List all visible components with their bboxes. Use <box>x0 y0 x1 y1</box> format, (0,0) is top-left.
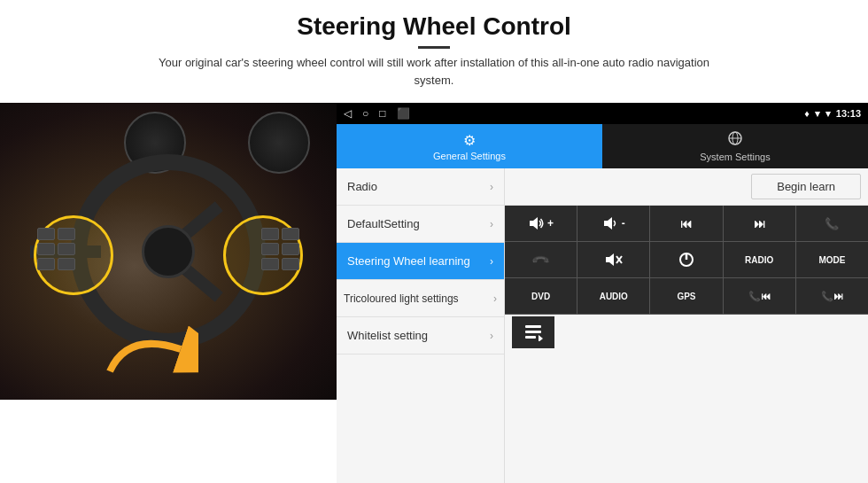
page-title: Steering Wheel Control <box>124 12 744 41</box>
wheel-btn <box>282 228 299 240</box>
menu-item-tricoloured[interactable]: Tricoloured light settings › <box>337 280 504 317</box>
back-nav-icon[interactable]: ◁ <box>344 107 352 120</box>
content-area: ◁ ○ □ ⬛ ♦ ▾ ▾ 13:13 ⚙ General Settings <box>0 103 868 483</box>
menu-radio-arrow: › <box>490 181 493 193</box>
wheel-btn <box>37 228 55 240</box>
android-screen: ◁ ○ □ ⬛ ♦ ▾ ▾ 13:13 ⚙ General Settings <box>337 103 868 483</box>
wheel-btn <box>37 258 55 270</box>
tab-bar: ⚙ General Settings System Settings <box>337 124 868 168</box>
menu-default-arrow: › <box>490 218 493 230</box>
menu-item-default-setting[interactable]: DefaultSetting › <box>337 206 504 243</box>
gps-label: GPS <box>677 292 695 301</box>
hang-up-btn[interactable]: 📞 <box>505 242 577 277</box>
next-icon: ⏭ <box>754 217 765 230</box>
controls-panel: Begin learn + - ⏮ <box>505 168 868 483</box>
radio-label: RADIO <box>745 255 773 265</box>
vol-down-btn[interactable]: - <box>577 206 649 241</box>
audio-btn[interactable]: AUDIO <box>577 278 649 314</box>
control-row-3: DVD AUDIO GPS 📞⏮ 📞⏭ <box>505 278 868 315</box>
right-button-cluster <box>261 228 299 270</box>
menu-whitelist-label: Whitelist setting <box>347 329 428 342</box>
prev-icon: ⏮ <box>680 217 692 230</box>
wheel-btn <box>261 243 279 255</box>
prev-track-btn[interactable]: ⏮ <box>650 206 722 241</box>
system-settings-icon <box>727 130 743 150</box>
screenshot-icon[interactable]: ⬛ <box>397 107 410 120</box>
wheel-btn <box>58 258 75 270</box>
wheel-btn <box>261 228 279 240</box>
gauge-left <box>248 112 310 174</box>
power-btn[interactable] <box>650 242 722 277</box>
menu-list-area: Radio › DefaultSetting › Steering Wheel … <box>337 168 868 483</box>
vol-up-label: + <box>547 217 554 230</box>
left-button-cluster <box>37 228 75 270</box>
signal-icon: ▾ <box>825 108 831 120</box>
menu-tricoloured-arrow: › <box>493 292 497 305</box>
next-track-btn[interactable]: ⏭ <box>724 206 795 241</box>
menu-steering-label: Steering Wheel learning <box>347 254 470 268</box>
wheel-btn <box>282 258 299 270</box>
location-icon: ♦ <box>804 108 810 119</box>
header: Steering Wheel Control Your original car… <box>124 0 744 94</box>
mode-label: MODE <box>818 255 845 265</box>
title-divider <box>418 46 450 49</box>
recents-nav-icon[interactable]: □ <box>379 107 385 120</box>
wifi-icon: ▾ <box>815 108 820 120</box>
menu-tricoloured-label: Tricoloured light settings <box>344 292 459 305</box>
phone-prev-icon: 📞⏮ <box>748 291 771 302</box>
control-row-1: + - ⏮ ⏭ 📞 <box>505 206 868 242</box>
status-time: 13:13 <box>836 108 861 119</box>
dvd-btn[interactable]: DVD <box>505 278 577 314</box>
home-nav-icon[interactable]: ○ <box>362 107 368 120</box>
tab-system-settings[interactable]: System Settings <box>602 124 868 168</box>
wheel-btn <box>282 243 299 255</box>
svg-rect-9 <box>525 331 541 333</box>
menu-default-label: DefaultSetting <box>347 217 420 230</box>
menu-radio-label: Radio <box>347 180 377 193</box>
begin-learn-button[interactable]: Begin learn <box>751 174 861 199</box>
whitelist-icon-row <box>505 315 868 350</box>
pointing-arrow <box>101 323 198 385</box>
mute-btn[interactable] <box>577 242 649 277</box>
status-bar-left: ◁ ○ □ ⬛ <box>344 107 410 120</box>
phone-prev-btn[interactable]: 📞⏮ <box>724 278 795 314</box>
status-bar: ◁ ○ □ ⬛ ♦ ▾ ▾ 13:13 <box>337 103 868 124</box>
menu-steering-arrow: › <box>490 255 493 268</box>
phone-icon: 📞 <box>825 217 839 230</box>
wheel-btn <box>37 243 55 255</box>
tab-general-settings-label: General Settings <box>433 151 506 161</box>
tab-system-settings-label: System Settings <box>700 152 770 162</box>
menu-whitelist-arrow: › <box>490 330 493 342</box>
tab-general-settings[interactable]: ⚙ General Settings <box>337 124 602 168</box>
mode-btn[interactable]: MODE <box>796 242 868 277</box>
left-menu: Radio › DefaultSetting › Steering Wheel … <box>337 168 505 483</box>
svg-rect-10 <box>525 336 536 339</box>
vol-down-label: - <box>622 217 625 230</box>
audio-label: AUDIO <box>600 292 628 301</box>
subtitle: Your original car's steering wheel contr… <box>124 54 744 89</box>
gps-btn[interactable]: GPS <box>650 278 722 314</box>
wheel-btn <box>58 243 75 255</box>
phone-next-icon: 📞⏭ <box>821 291 843 302</box>
status-bar-right: ♦ ▾ ▾ 13:13 <box>804 108 861 120</box>
hang-up-icon: 📞 <box>531 250 551 269</box>
control-row-2: 📞 RADIO MODE <box>505 242 868 278</box>
wheel-hub <box>142 225 195 278</box>
wheel-btn <box>58 228 75 240</box>
call-btn[interactable]: 📞 <box>796 206 868 241</box>
menu-item-steering-wheel[interactable]: Steering Wheel learning › <box>337 243 504 280</box>
page-container: Steering Wheel Control Your original car… <box>0 0 868 483</box>
whitelist-icon-btn[interactable] <box>512 316 554 348</box>
svg-rect-8 <box>525 325 541 328</box>
menu-item-whitelist[interactable]: Whitelist setting › <box>337 317 504 354</box>
radio-btn[interactable]: RADIO <box>724 242 795 277</box>
svg-marker-11 <box>539 335 543 341</box>
vol-up-btn[interactable]: + <box>505 206 577 241</box>
dvd-label: DVD <box>531 292 550 301</box>
steering-wheel-image <box>0 103 337 400</box>
phone-next-btn[interactable]: 📞⏭ <box>796 278 868 314</box>
begin-learn-row: Begin learn <box>505 168 868 206</box>
general-settings-icon: ⚙ <box>463 132 476 149</box>
menu-item-radio[interactable]: Radio › <box>337 168 504 206</box>
wheel-btn <box>261 258 279 270</box>
